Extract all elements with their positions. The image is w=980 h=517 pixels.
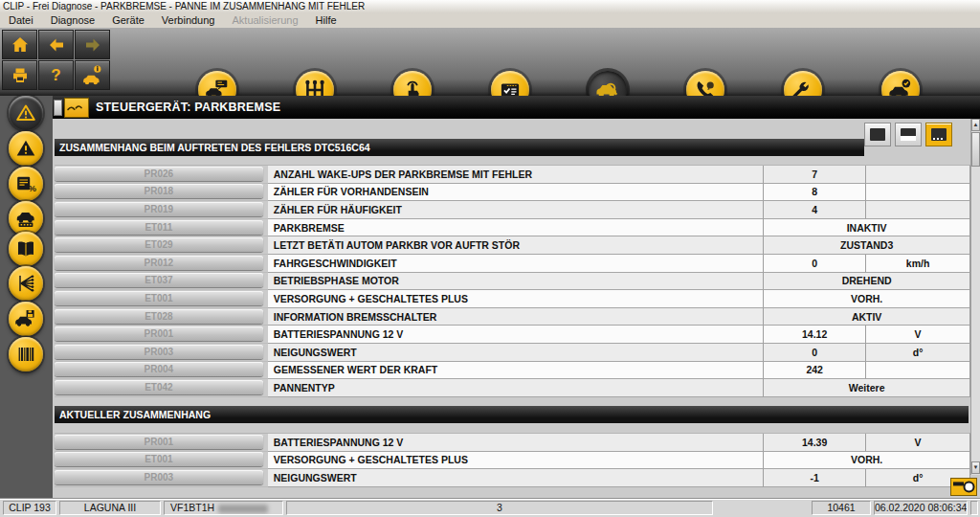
param-label: NEIGUNGSWERT (268, 344, 763, 362)
param-code-cell: ET042 (55, 379, 268, 397)
status-session-code: 10461 (812, 501, 871, 515)
param-code-button[interactable]: ET001 (55, 452, 263, 466)
toolbar: ? (0, 28, 980, 96)
birds-icon (64, 98, 89, 118)
param-code-cell: ET028 (55, 308, 268, 326)
menu-item-geräte[interactable]: Geräte (103, 13, 153, 28)
view-split-button[interactable] (895, 123, 922, 146)
param-code-cell: ET011 (55, 219, 268, 237)
menu-item-hilfe[interactable]: Hilfe (307, 13, 345, 28)
param-code-button[interactable]: ET028 (55, 309, 263, 324)
wiring-harness-button[interactable] (9, 266, 43, 301)
ecu-title: STEUERGERÄT: PARKBREMSE (96, 101, 280, 114)
param-code-cell: ET001 (55, 290, 268, 308)
param-code-button[interactable]: ET029 (55, 237, 263, 252)
table-row: PR003NEIGUNGSWERT-1d° (55, 469, 969, 487)
status-app-version: CLIP 193 (3, 501, 56, 515)
fault-warning-button[interactable] (9, 131, 43, 166)
param-unit (865, 362, 969, 380)
param-code-button[interactable]: PR001 (55, 435, 263, 449)
ecu-header: STEUERGERÄT: PARKBREMSE (53, 96, 980, 119)
window-title: CLIP - Frei Diagnose - PARKBREMSE - PANN… (0, 0, 980, 13)
view-dark-button[interactable] (864, 123, 891, 146)
param-unit: km/h (865, 255, 969, 273)
print-icon (11, 66, 30, 85)
param-unit: V (865, 434, 969, 452)
report-percent-button[interactable]: % (9, 167, 43, 201)
svg-text:%: % (29, 183, 37, 193)
menu-item-diagnose[interactable]: Diagnose (42, 13, 103, 28)
scroll-thumb[interactable] (971, 132, 980, 167)
current-context-table: PR001BATTERIESPANNUNG 12 V14.39VET001VER… (55, 433, 970, 487)
table-row: ET001VERSORGUNG + GESCHALTETES PLUSVORH. (55, 452, 969, 470)
view-frame-button[interactable] (925, 123, 952, 146)
param-label: ANZAHL WAKE-UPS DER PARKBREMSE MIT FEHLE… (268, 166, 763, 184)
param-code-button[interactable]: ET037 (55, 273, 263, 287)
barcode-button[interactable] (9, 337, 43, 371)
vehicle-save-icon (14, 307, 37, 330)
fault-warning-active-icon (14, 101, 37, 124)
back-button[interactable] (38, 30, 74, 59)
param-code-button[interactable]: PR004 (55, 362, 263, 376)
panel-toggle[interactable] (54, 100, 62, 116)
param-value: 14.12 (763, 326, 865, 344)
barcode-icon (14, 343, 37, 366)
scroll-up-button[interactable]: ▲ (971, 119, 980, 131)
param-state-value: AKTIV (763, 308, 969, 326)
vehicle-battery-icon (14, 207, 37, 230)
camera-icon (952, 480, 975, 494)
param-code-button[interactable]: PR012 (55, 256, 263, 270)
param-code-button[interactable]: PR003 (55, 470, 263, 484)
fault-warning-active-button[interactable] (9, 96, 43, 130)
param-code-button[interactable]: PR001 (55, 326, 263, 341)
table-row: PR026ANZAHL WAKE-UPS DER PARKBREMSE MIT … (55, 166, 969, 184)
param-code-button[interactable]: PR003 (55, 345, 263, 359)
param-label: VERSORGUNG + GESCHALTETES PLUS (268, 452, 763, 470)
param-label: PANNENTYP (268, 379, 763, 397)
fault-context-table: PR026ANZAHL WAKE-UPS DER PARKBREMSE MIT … (55, 165, 970, 397)
param-code-cell: ET037 (55, 273, 268, 291)
help-button[interactable]: ? (38, 60, 74, 90)
param-code-cell: ET029 (55, 236, 268, 255)
param-value: 7 (763, 166, 865, 184)
param-code-button[interactable]: ET001 (55, 291, 263, 305)
param-state-value: DREHEND (763, 273, 969, 291)
param-state-value: INAKTIV (763, 219, 969, 237)
handbook-button[interactable] (9, 232, 43, 266)
param-code-button[interactable]: ET042 (55, 380, 263, 394)
vertical-scrollbar[interactable]: ▲ ▼ (970, 119, 980, 475)
param-code-cell: PR001 (55, 326, 268, 344)
param-label: PARKBREMSE (268, 219, 763, 237)
forward-arrow-icon (83, 35, 102, 55)
param-state-value: VORH. (763, 290, 969, 308)
table-row: ET029LETZT BETÄTI AUTOM PARKBR VOR AUFTR… (55, 236, 969, 255)
table-row: ET028INFORMATION BREMSSCHALTERAKTIV (55, 308, 969, 326)
param-code-button[interactable]: PR019 (55, 202, 263, 216)
view-frame-icon (931, 128, 947, 141)
wiring-harness-icon (14, 272, 37, 295)
param-code-button[interactable]: PR026 (55, 167, 263, 181)
forward-button[interactable] (75, 30, 110, 59)
menu-item-datei[interactable]: Datei (0, 13, 42, 28)
scroll-down-button[interactable]: ▼ (971, 461, 980, 474)
param-code-button[interactable]: ET011 (55, 220, 263, 235)
menu-item-aktualisierung: Aktualisierung (223, 13, 306, 28)
vehicle-battery-button[interactable] (9, 201, 43, 236)
print-button[interactable] (2, 60, 37, 90)
status-vehicle-model: LAGUNA III (59, 501, 161, 515)
status-counter: 3 (286, 501, 713, 515)
camera-button[interactable] (950, 478, 977, 496)
report-percent-icon: % (14, 172, 37, 195)
param-state-value: ZUSTAND3 (763, 236, 969, 255)
vehicle-save-button[interactable] (9, 302, 43, 336)
vehicle-info-button[interactable] (75, 60, 110, 90)
param-code-cell: PR001 (55, 434, 268, 452)
main-content: STEUERGERÄT: PARKBREMSE ZUSAMMENHANG BEI… (53, 96, 980, 498)
param-label: ZÄHLER FÜR HÄUFIGKEIT (268, 201, 763, 219)
param-label: GEMESSENER WERT DER KRAFT (268, 362, 763, 380)
menu-item-verbindung[interactable]: Verbindung (153, 13, 224, 28)
param-code-button[interactable]: PR018 (55, 184, 263, 198)
home-button[interactable] (2, 30, 37, 59)
param-label: NEIGUNGSWERT (268, 469, 763, 487)
table-row: PR001BATTERIESPANNUNG 12 V14.39V (55, 434, 969, 452)
